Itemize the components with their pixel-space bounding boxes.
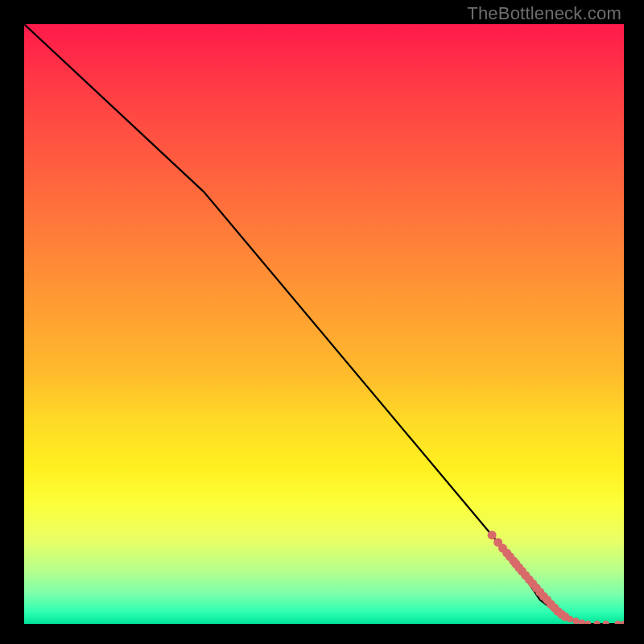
data-point bbox=[615, 621, 621, 624]
plot-area bbox=[24, 24, 624, 624]
data-point bbox=[488, 530, 497, 539]
data-point bbox=[603, 621, 609, 624]
curve-line bbox=[24, 24, 624, 624]
chart-frame: TheBottleneck.com bbox=[0, 0, 644, 644]
data-point bbox=[572, 617, 579, 624]
watermark-text: TheBottleneck.com bbox=[467, 3, 621, 24]
data-point bbox=[567, 616, 573, 622]
data-point bbox=[594, 621, 601, 624]
data-point bbox=[579, 620, 585, 625]
data-points-group bbox=[488, 530, 624, 624]
chart-overlay bbox=[24, 24, 624, 624]
data-point bbox=[621, 621, 624, 624]
data-point bbox=[584, 621, 591, 624]
